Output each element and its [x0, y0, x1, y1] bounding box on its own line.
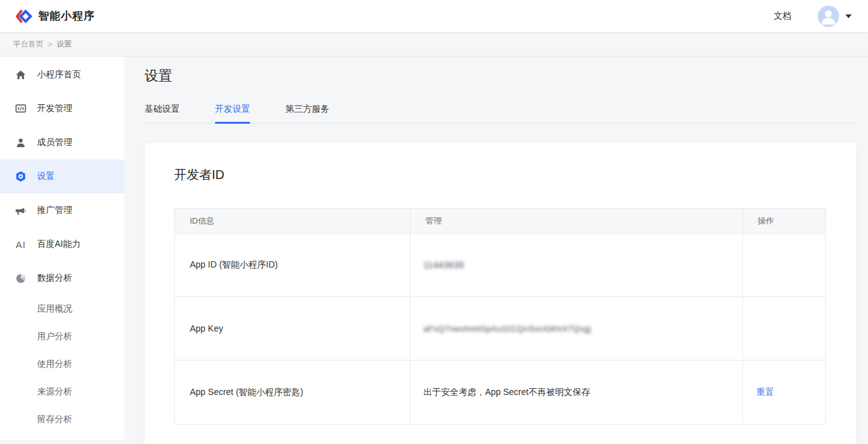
main-content: 设置 基础设置 开发设置 第三方服务 开发者ID ID信息 管理 操作 App … — [124, 57, 868, 444]
brand-title: 智能小程序 — [38, 9, 95, 23]
breadcrumb-current: 设置 — [57, 39, 72, 50]
tab-dev-settings[interactable]: 开发设置 — [215, 104, 250, 123]
sidebar-item-dev-management[interactable]: 开发管理 — [0, 92, 124, 126]
code-icon — [15, 103, 26, 114]
header-actions: 文档 — [774, 6, 852, 27]
top-header: 智能小程序 文档 — [0, 0, 868, 33]
member-icon — [15, 137, 26, 148]
sidebar-item-label: 成员管理 — [37, 137, 72, 148]
tab-third-party-services[interactable]: 第三方服务 — [285, 104, 329, 123]
breadcrumb-separator: > — [48, 40, 52, 49]
sidebar-item-label: 数据分析 — [37, 273, 72, 284]
table-header-row: ID信息 管理 操作 — [175, 208, 825, 234]
sidebar: 小程序首页 开发管理 成员管理 — [0, 57, 124, 440]
sidebar-subitem-label: 使用分析 — [37, 359, 72, 370]
settings-tabs: 基础设置 开发设置 第三方服务 — [145, 104, 856, 124]
sidebar-item-label: 小程序首页 — [37, 69, 81, 80]
app-secret-note: 出于安全考虑，App Secret不再被明文保存 — [410, 387, 590, 398]
sidebar-item-promotion-management[interactable]: 推广管理 — [0, 193, 124, 227]
sidebar-item-label: 开发管理 — [37, 103, 72, 114]
sidebar-item-baidu-ai[interactable]: AI 百度AI能力 — [0, 227, 124, 261]
sidebar-subitem-label: 应用概况 — [37, 303, 72, 315]
sidebar-item-label: 百度AI能力 — [37, 239, 80, 250]
column-header-actions: 操作 — [742, 208, 825, 233]
sidebar-item-member-management[interactable]: 成员管理 — [0, 126, 124, 160]
tab-basic-settings[interactable]: 基础设置 — [145, 104, 180, 123]
sidebar-subitem-user-analysis[interactable]: 用户分析 — [0, 323, 124, 350]
brand[interactable]: 智能小程序 — [15, 8, 95, 24]
row-label: App Secret (智能小程序密匙) — [175, 387, 303, 397]
sidebar-subitem-label: 来源分析 — [37, 386, 72, 398]
ai-icon: AI — [15, 239, 26, 250]
breadcrumb: 平台首页 > 设置 — [0, 33, 868, 57]
sidebar-item-data-analysis[interactable]: 数据分析 — [0, 261, 124, 295]
row-label: App Key — [175, 323, 223, 333]
sidebar-subitem-retention-analysis[interactable]: 留存分析 — [0, 406, 124, 433]
sidebar-item-miniprogram-home[interactable]: 小程序首页 — [0, 58, 124, 92]
avatar[interactable] — [818, 6, 839, 27]
reset-secret-button[interactable]: 重置 — [743, 387, 774, 398]
account-dropdown-caret-icon[interactable] — [845, 14, 852, 18]
table-row-app-secret: App Secret (智能小程序密匙) 出于安全考虑，App Secret不再… — [175, 360, 825, 424]
megaphone-icon — [15, 205, 26, 216]
sidebar-subitem-app-overview[interactable]: 应用概况 — [0, 295, 124, 323]
table-row-app-key: App Key aFsQ7nwshmtGpAs32CQnSxUGKhX7Qsgj — [175, 297, 825, 360]
developer-id-table: ID信息 管理 操作 App ID (智能小程序ID) 11443635 App… — [174, 208, 826, 425]
column-header-management: 管理 — [410, 208, 742, 233]
home-icon — [15, 69, 26, 80]
row-label: App ID (智能小程序ID) — [175, 259, 278, 269]
developer-id-card: 开发者ID ID信息 管理 操作 App ID (智能小程序ID) 114436… — [145, 143, 856, 444]
table-row-app-id: App ID (智能小程序ID) 11443635 — [175, 234, 825, 297]
sidebar-subitem-source-analysis[interactable]: 来源分析 — [0, 378, 124, 406]
sidebar-subitem-label: 用户分析 — [37, 331, 72, 342]
sidebar-item-label: 设置 — [37, 171, 55, 182]
sidebar-subitem-usage-analysis[interactable]: 使用分析 — [0, 350, 124, 378]
column-header-id-info: ID信息 — [175, 215, 410, 227]
breadcrumb-home[interactable]: 平台首页 — [13, 39, 43, 50]
settings-gear-icon — [15, 171, 26, 182]
sidebar-item-settings[interactable]: 设置 — [0, 160, 124, 193]
page-title: 设置 — [145, 67, 856, 85]
pie-chart-icon — [15, 273, 26, 284]
sidebar-subitem-label: 留存分析 — [37, 414, 72, 425]
smart-miniprogram-logo-icon — [15, 8, 32, 24]
sidebar-item-label: 推广管理 — [37, 205, 72, 216]
docs-link[interactable]: 文档 — [774, 11, 791, 22]
user-avatar-icon — [818, 6, 839, 27]
app-key-value-blurred: aFsQ7nwshmtGpAs32CQnSxUGKhX7Qsgj — [410, 324, 591, 333]
card-heading: 开发者ID — [174, 166, 826, 183]
app-id-value-blurred: 11443635 — [410, 260, 464, 270]
